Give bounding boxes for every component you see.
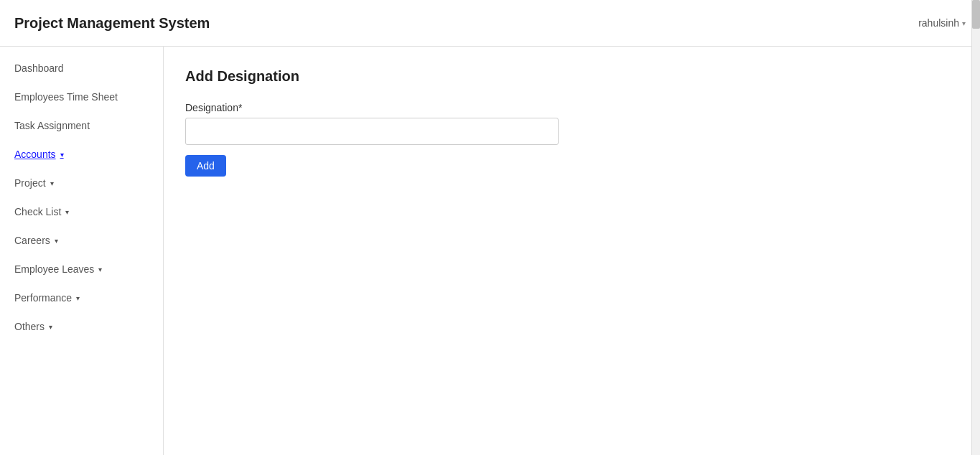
scrollbar-track [971,0,980,455]
header: Project Management System rahulsinh ▾ [0,0,980,47]
sidebar-item-performance[interactable]: Performance ▾ [0,283,163,312]
main-content: Add Designation Designation* Add [164,47,980,455]
accounts-caret: ▾ [60,151,64,159]
user-menu-caret: ▾ [962,19,966,27]
designation-label: Designation* [185,102,958,113]
sidebar-item-dashboard[interactable]: Dashboard [0,54,163,83]
others-caret: ▾ [49,323,52,331]
sidebar-item-others[interactable]: Others ▾ [0,312,163,341]
sidebar-item-label: Accounts [14,149,56,160]
sidebar-item-accounts[interactable]: Accounts ▾ [0,140,163,169]
careers-caret: ▾ [55,237,58,245]
username: rahulsinh [918,17,959,29]
employee-leaves-caret: ▾ [98,266,102,273]
sidebar-item-label: Others [14,321,45,332]
sidebar-item-employee-leaves[interactable]: Employee Leaves ▾ [0,255,163,283]
scrollbar-thumb[interactable] [972,0,980,29]
project-caret: ▾ [50,179,54,187]
sidebar-item-label: Check List [14,206,61,217]
add-designation-form: Designation* Add [185,102,958,177]
add-button[interactable]: Add [185,155,226,177]
sidebar-item-label: Task Assignment [14,120,90,131]
sidebar-item-employees-time-sheet[interactable]: Employees Time Sheet [0,83,163,111]
sidebar-item-label: Employee Leaves [14,263,94,275]
app-title: Project Management System [14,15,210,32]
sidebar-item-label: Careers [14,235,50,246]
page-title: Add Designation [185,68,958,85]
layout: Dashboard Employees Time Sheet Task Assi… [0,47,980,455]
performance-caret: ▾ [76,294,80,302]
sidebar-item-label: Performance [14,292,72,304]
designation-input[interactable] [185,118,559,145]
user-menu[interactable]: rahulsinh ▾ [918,17,966,29]
sidebar-item-task-assignment[interactable]: Task Assignment [0,111,163,140]
sidebar-item-label: Dashboard [14,62,64,74]
check-list-caret: ▾ [65,208,69,216]
sidebar-item-careers[interactable]: Careers ▾ [0,226,163,255]
sidebar: Dashboard Employees Time Sheet Task Assi… [0,47,164,455]
sidebar-item-label: Project [14,177,46,189]
sidebar-item-check-list[interactable]: Check List ▾ [0,197,163,226]
sidebar-item-label: Employees Time Sheet [14,91,118,103]
sidebar-item-project[interactable]: Project ▾ [0,169,163,197]
